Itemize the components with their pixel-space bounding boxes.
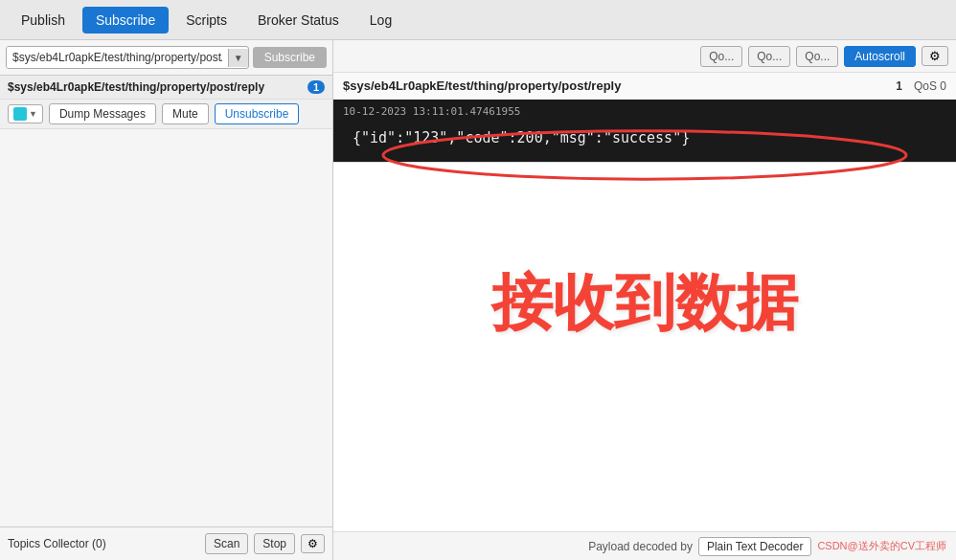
dropdown-arrow-icon[interactable]: ▼ xyxy=(228,49,248,67)
message-content-area: 10-12-2023 13:11:01.47461955 {"id":"123"… xyxy=(333,100,956,162)
nav-log[interactable]: Log xyxy=(356,7,405,34)
message-topic: $sys/eb4Lr0apkE/test/thing/property/post… xyxy=(343,78,621,93)
dump-messages-button[interactable]: Dump Messages xyxy=(49,103,156,124)
nav-publish[interactable]: Publish xyxy=(8,7,79,34)
nav-subscribe[interactable]: Subscribe xyxy=(82,7,169,34)
message-count: 1 xyxy=(896,79,902,93)
message-timestamp: 10-12-2023 13:11:01.47461955 xyxy=(343,105,946,118)
message-header: $sys/eb4Lr0apkE/test/thing/property/post… xyxy=(333,73,956,100)
message-qos: QoS 0 xyxy=(914,79,946,93)
left-panel: ▼ Subscribe $sys/eb4Lr0apkE/test/thing/p… xyxy=(0,40,333,560)
stop-button[interactable]: Stop xyxy=(254,533,295,554)
action-row: ▼ Dump Messages Mute Unsubscribe xyxy=(0,100,332,129)
decoder-button[interactable]: Plain Text Decoder xyxy=(698,537,812,556)
qos-btn-0[interactable]: Qo... xyxy=(700,46,742,67)
autoscroll-button[interactable]: Autoscroll xyxy=(844,46,916,67)
subscribe-button[interactable]: Subscribe xyxy=(253,47,327,68)
topic-input[interactable] xyxy=(7,47,228,68)
message-count-badge: 1 xyxy=(307,80,325,94)
right-gear-button[interactable]: ⚙ xyxy=(922,46,948,66)
qos-btn-1[interactable]: Qo... xyxy=(748,46,790,67)
message-area: 接收到数据 $sys/eb4Lr0apkE/test/thing/propert… xyxy=(333,73,956,531)
left-gear-button[interactable]: ⚙ xyxy=(301,534,325,553)
subscribed-topic-row: $sys/eb4Lr0apkE/test/thing/property/post… xyxy=(0,76,332,100)
color-swatch xyxy=(13,107,27,121)
message-block: $sys/eb4Lr0apkE/test/thing/property/post… xyxy=(333,73,956,163)
subscribe-row: ▼ Subscribe xyxy=(0,40,332,76)
color-arrow-icon: ▼ xyxy=(29,109,37,119)
overlay-text: 接收到数据 xyxy=(491,260,798,344)
left-empty-area xyxy=(0,129,332,526)
color-picker-button[interactable]: ▼ xyxy=(8,104,43,123)
watermark-text: CSDN@送外卖的CV工程师 xyxy=(817,539,946,553)
unsubscribe-button[interactable]: Unsubscribe xyxy=(215,103,300,124)
right-top-bar: Qo... Qo... Qo... Autoscroll ⚙ xyxy=(333,40,956,73)
qos-btn-2[interactable]: Qo... xyxy=(796,46,838,67)
message-meta: 1 QoS 0 xyxy=(896,79,946,93)
topics-collector-label: Topics Collector (0) xyxy=(8,537,199,550)
right-panel: Qo... Qo... Qo... Autoscroll ⚙ 接收到数据 $sy… xyxy=(333,40,956,560)
nav-broker-status[interactable]: Broker Status xyxy=(244,7,353,34)
topics-collector: Topics Collector (0) Scan Stop ⚙ xyxy=(0,526,332,560)
topic-input-wrap: ▼ xyxy=(6,46,249,69)
message-payload: {"id":"123","code":200,"msg":"success"} xyxy=(343,122,946,154)
subscribed-topic-label: $sys/eb4Lr0apkE/test/thing/property/post… xyxy=(8,80,304,94)
scan-button[interactable]: Scan xyxy=(205,533,248,554)
bottom-bar: Payload decoded by Plain Text Decoder CS… xyxy=(333,531,956,560)
top-nav: Publish Subscribe Scripts Broker Status … xyxy=(0,0,956,40)
nav-scripts[interactable]: Scripts xyxy=(172,7,240,34)
payload-decoded-label: Payload decoded by xyxy=(588,540,693,553)
mute-button[interactable]: Mute xyxy=(162,103,209,124)
main-layout: ▼ Subscribe $sys/eb4Lr0apkE/test/thing/p… xyxy=(0,40,956,560)
